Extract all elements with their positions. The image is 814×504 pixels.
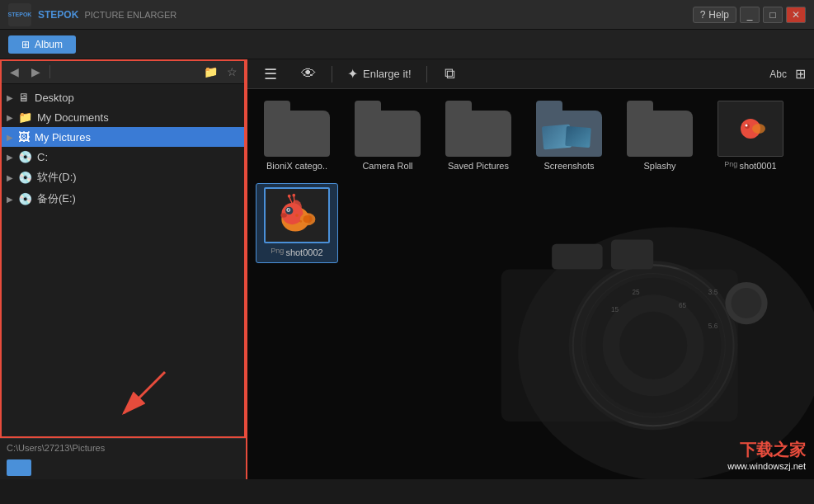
file-name-shot0002: shot0002 bbox=[285, 247, 322, 258]
svg-point-29 bbox=[287, 209, 288, 210]
eye-icon: 👁 bbox=[301, 65, 316, 82]
svg-point-37 bbox=[288, 195, 291, 198]
view-text-button[interactable]: Abc bbox=[769, 68, 787, 80]
layers-button[interactable]: ⧉ bbox=[435, 62, 465, 87]
toolbar-separator-2 bbox=[426, 66, 427, 82]
folder-splashy[interactable]: Splashy bbox=[619, 97, 701, 175]
folder-bionix[interactable]: BioniX catego.. bbox=[256, 97, 338, 175]
expand-icon: ▶ bbox=[7, 173, 13, 182]
file-format-label: Png bbox=[724, 160, 737, 168]
sidebar-item-label: Desktop bbox=[35, 92, 239, 104]
folder-icon-screenshots bbox=[536, 101, 602, 157]
star-action-button[interactable]: ☆ bbox=[223, 63, 241, 81]
file-name-row-shot0002: Png shot0002 bbox=[271, 243, 322, 258]
expand-icon: ▶ bbox=[7, 153, 13, 162]
drive-icon: 💿 bbox=[18, 192, 32, 205]
svg-point-33 bbox=[303, 215, 312, 223]
content-area: 3.5 5.6 15 25 65 ☰ 👁 ✦ Enlarge it! ⧉ bbox=[247, 59, 814, 479]
svg-line-36 bbox=[289, 197, 293, 204]
preview-button[interactable]: 👁 bbox=[294, 62, 323, 87]
enlarge-button[interactable]: ✦ Enlarge it! bbox=[341, 63, 418, 85]
minimize-button[interactable]: _ bbox=[740, 7, 760, 23]
expand-icon: ▶ bbox=[7, 195, 13, 204]
main-layout: ◀ ▶ 📁 ☆ ▶ 🖥 Desktop ▶ 📁 My Documents bbox=[0, 59, 814, 479]
folder-icon-saved-pictures bbox=[445, 101, 511, 157]
pictures-icon: 🖼 bbox=[18, 130, 30, 144]
view-grid-button[interactable]: ⊞ bbox=[795, 66, 806, 82]
folder-name-camera-roll: Camera Roll bbox=[362, 160, 412, 172]
nav-separator bbox=[49, 65, 50, 78]
list-view-button[interactable]: ☰ bbox=[256, 62, 285, 87]
maximize-button[interactable]: □ bbox=[763, 7, 783, 23]
svg-rect-12 bbox=[501, 270, 738, 422]
title-bar-right: ? Help _ □ ✕ bbox=[693, 7, 806, 23]
image-thumb-shot0001 bbox=[718, 101, 783, 157]
album-grid-icon: ⊞ bbox=[21, 39, 30, 50]
sidebar-action-button[interactable] bbox=[7, 459, 31, 476]
help-icon: ? bbox=[700, 9, 706, 21]
folder-name-splashy: Splashy bbox=[643, 160, 675, 172]
svg-line-38 bbox=[294, 196, 294, 203]
docs-icon: 📁 bbox=[18, 111, 32, 124]
forward-button[interactable]: ▶ bbox=[26, 63, 45, 81]
toolbar-separator bbox=[332, 66, 332, 82]
nav-actions: 📁 ☆ bbox=[201, 63, 241, 81]
folder-action-button[interactable]: 📁 bbox=[201, 63, 219, 81]
sidebar-item-mydocs[interactable]: ▶ 📁 My Documents bbox=[0, 107, 246, 127]
svg-point-14 bbox=[732, 288, 762, 318]
content-toolbar: ☰ 👁 ✦ Enlarge it! ⧉ Abc ⊞ bbox=[247, 59, 814, 89]
wand-icon: ✦ bbox=[347, 66, 358, 82]
title-bar-left: STEPOK STEPOK PICTURE ENLARGER bbox=[8, 3, 176, 26]
file-name-row-shot0001: Png shot0001 bbox=[724, 157, 776, 172]
sidebar-item-d[interactable]: ▶ 💿 软件(D:) bbox=[0, 167, 246, 188]
expand-icon: ▶ bbox=[7, 133, 13, 142]
watermark: 下载之家 www.windowszj.net bbox=[727, 439, 806, 471]
svg-point-35 bbox=[299, 220, 302, 223]
folder-camera-roll[interactable]: Camera Roll bbox=[346, 97, 429, 175]
svg-line-1 bbox=[124, 372, 165, 413]
sidebar-item-c[interactable]: ▶ 💿 C: bbox=[0, 147, 246, 167]
svg-point-34 bbox=[295, 214, 299, 217]
svg-point-30 bbox=[280, 213, 286, 218]
layers-icon: ⧉ bbox=[445, 65, 455, 82]
file-grid: BioniX catego.. Camera Roll Saved Pictur… bbox=[247, 89, 814, 271]
folder-icon-camera-roll bbox=[355, 101, 421, 157]
folder-name-screenshots: Screenshots bbox=[543, 160, 594, 172]
close-button[interactable]: ✕ bbox=[786, 7, 806, 23]
sidebar-item-mypictures[interactable]: ▶ 🖼 My Pictures bbox=[0, 127, 246, 147]
image-thumb-shot0002 bbox=[264, 187, 330, 243]
folder-screenshots[interactable]: Screenshots bbox=[528, 97, 610, 175]
sidebar-item-label: My Pictures bbox=[35, 131, 239, 144]
svg-text:15: 15 bbox=[611, 306, 619, 313]
sidebar-item-label: 备份(E:) bbox=[37, 191, 239, 206]
file-shot0002[interactable]: Png shot0002 bbox=[256, 183, 338, 262]
drive-icon: 💿 bbox=[18, 171, 32, 184]
folder-saved-pictures[interactable]: Saved Pictures bbox=[437, 97, 520, 175]
file-shot0001[interactable]: Png shot0001 bbox=[709, 97, 792, 175]
file-format-label: Png bbox=[271, 247, 284, 255]
sidebar-item-e[interactable]: ▶ 💿 备份(E:) bbox=[0, 188, 246, 210]
list-icon: ☰ bbox=[264, 65, 277, 83]
svg-text:3.5: 3.5 bbox=[708, 289, 718, 296]
back-button[interactable]: ◀ bbox=[5, 63, 23, 81]
svg-point-22 bbox=[746, 125, 748, 127]
sidebar-item-desktop[interactable]: ▶ 🖥 Desktop bbox=[0, 87, 246, 107]
expand-icon: ▶ bbox=[7, 93, 13, 102]
grid-icon: ⊞ bbox=[795, 67, 806, 81]
app-title: STEPOK PICTURE ENLARGER bbox=[38, 9, 176, 21]
toolbar: ⊞ Album bbox=[0, 30, 814, 59]
svg-point-23 bbox=[752, 124, 765, 134]
folder-icon-bionix bbox=[264, 101, 330, 157]
album-button[interactable]: ⊞ Album bbox=[8, 35, 76, 54]
sidebar-item-label: My Documents bbox=[37, 111, 239, 124]
svg-text:5.6: 5.6 bbox=[708, 323, 718, 330]
fish-icon-shot0002 bbox=[274, 192, 320, 238]
sidebar-path: C:\Users\27213\Pictures bbox=[0, 440, 246, 456]
drive-icon: 💿 bbox=[18, 150, 32, 163]
folder-name-saved-pictures: Saved Pictures bbox=[448, 160, 509, 172]
svg-text:65: 65 bbox=[679, 302, 687, 309]
folder-icon-splashy bbox=[627, 101, 693, 157]
sidebar-nav-bar: ◀ ▶ 📁 ☆ bbox=[0, 59, 246, 84]
help-button[interactable]: ? Help bbox=[693, 7, 736, 23]
sidebar-item-label: 软件(D:) bbox=[37, 170, 239, 185]
